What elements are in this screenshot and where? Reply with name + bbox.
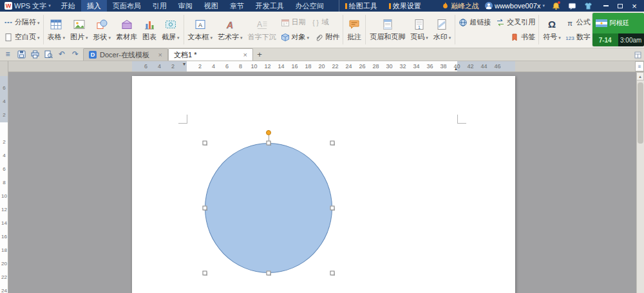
screenshot-button[interactable]: 截屏: [159, 17, 182, 43]
comment-icon: [348, 18, 361, 31]
split-view-button[interactable]: ≡: [635, 61, 644, 71]
cross-reference-label: 交叉引用: [507, 17, 535, 27]
menu-tab-home[interactable]: 开始: [55, 0, 81, 12]
menu-tab-review[interactable]: 审阅: [173, 0, 198, 12]
group-divider: [365, 15, 366, 44]
app-name: WPS 文字: [14, 1, 46, 11]
attachment-button[interactable]: 附件: [312, 31, 341, 44]
message-button[interactable]: [567, 1, 577, 10]
header-footer-button[interactable]: 页眉和页脚: [367, 17, 408, 43]
comment-button[interactable]: 批注: [345, 17, 364, 43]
resize-handle-se[interactable]: [330, 271, 335, 276]
svg-text:123: 123: [565, 35, 574, 41]
paperclip-icon: [314, 33, 323, 42]
date-button[interactable]: 日期: [279, 16, 308, 29]
table-button[interactable]: 表格: [45, 17, 68, 43]
menu-tab-developer[interactable]: 开发工具: [250, 0, 290, 12]
blank-page-button[interactable]: 空白页: [2, 31, 42, 44]
resize-handle-w[interactable]: [203, 206, 207, 211]
assets-library-button[interactable]: 素材库: [113, 17, 140, 43]
scrollbar-thumb[interactable]: [638, 82, 643, 144]
object-button[interactable]: 对象: [279, 31, 312, 44]
context-tabs: 绘图工具 效果设置: [339, 0, 427, 12]
restore-button[interactable]: [613, 0, 627, 12]
vertical-scrollbar[interactable]: [636, 80, 644, 293]
print-icon: [31, 50, 39, 59]
hyperlink-label: 超链接: [469, 17, 491, 27]
right-indent-marker[interactable]: ▴: [455, 66, 457, 71]
bookmark-button[interactable]: 书签: [508, 31, 537, 44]
chart-button[interactable]: 图表: [140, 17, 159, 43]
shapes-button[interactable]: 形状: [91, 17, 114, 43]
minimize-button[interactable]: [599, 0, 613, 12]
promo-button[interactable]: 巅峰之战: [442, 1, 479, 11]
menu-tab-workspace[interactable]: 办公空间: [290, 0, 330, 12]
redo-button[interactable]: ↷: [71, 50, 80, 59]
menu-tab-references[interactable]: 引用: [147, 0, 173, 12]
first-line-indent-marker[interactable]: ▾: [183, 62, 185, 67]
skin-button[interactable]: [583, 1, 593, 10]
menu-tab-view[interactable]: 视图: [198, 0, 224, 12]
menu-tab-insert[interactable]: 插入: [81, 0, 107, 12]
print-button[interactable]: [30, 50, 39, 59]
titlebar-right: 巅峰之战 wwwbove007x ▾ ×: [442, 0, 644, 12]
picture-button[interactable]: 图片: [68, 17, 91, 43]
header-footer-label: 页眉和页脚: [370, 32, 405, 42]
team-name: 阿根廷: [610, 19, 629, 28]
resize-handle-s[interactable]: [267, 271, 271, 276]
save-icon: [17, 50, 26, 59]
document-canvas[interactable]: ▲: [0, 72, 644, 293]
separator-button[interactable]: 分隔符: [2, 16, 42, 29]
symbol-button[interactable]: Ω 符号: [540, 17, 564, 43]
watermark-button[interactable]: 水印: [431, 17, 454, 43]
save-button[interactable]: [17, 50, 26, 59]
close-button[interactable]: ×: [627, 0, 641, 12]
resize-handle-sw[interactable]: [203, 271, 207, 276]
resize-handle-nw[interactable]: [203, 141, 207, 146]
wps-logo-icon: W: [5, 2, 12, 10]
textbox-label: 文本框: [188, 32, 213, 42]
dropcap-button[interactable]: A 首字下沉: [245, 17, 279, 43]
menu-icon[interactable]: ≡: [3, 50, 12, 59]
field-label: 域: [322, 17, 329, 27]
table-icon: [50, 18, 62, 31]
menu-tab-section[interactable]: 章节: [224, 0, 250, 12]
resize-handle-e[interactable]: [330, 206, 335, 211]
page-number-button[interactable]: 1 页码: [408, 17, 431, 43]
resize-handle-n[interactable]: [267, 141, 271, 146]
chart-icon: [143, 18, 156, 31]
undo-button[interactable]: ↶: [57, 50, 66, 59]
wordart-button[interactable]: A 艺术字: [215, 17, 245, 43]
resize-handle-ne[interactable]: [330, 141, 335, 146]
argentina-flag-icon: [596, 19, 607, 27]
close-tab-icon[interactable]: ×: [243, 51, 247, 59]
notification-bell-button[interactable]: [551, 1, 561, 10]
menu-tab-page-layout[interactable]: 页面布局: [107, 0, 147, 12]
hyperlink-button[interactable]: 超链接: [457, 16, 493, 29]
menu-tabs: 开始 插入 页面布局 引用 审阅 视图 章节 开发工具 办公空间: [55, 0, 330, 12]
textbox-button[interactable]: A 文本框: [185, 17, 216, 43]
arrange-windows-icon[interactable]: [633, 50, 642, 59]
print-preview-button[interactable]: [44, 50, 53, 59]
flame-icon: [442, 2, 449, 10]
formula-button[interactable]: π 公式: [564, 16, 592, 29]
menu-tab-drawing-tools[interactable]: 绘图工具: [339, 0, 383, 12]
app-menu-button[interactable]: W WPS 文字 ▾: [0, 0, 55, 12]
new-tab-button[interactable]: +: [253, 48, 266, 61]
number-button[interactable]: 123 数字: [564, 31, 592, 44]
doc-tab-document1[interactable]: 文档1 * ×: [168, 48, 253, 61]
field-button[interactable]: { } 域: [309, 16, 331, 29]
scroll-up-button[interactable]: ▲: [636, 72, 644, 80]
circle-shape[interactable]: [205, 143, 332, 273]
rotate-handle[interactable]: [266, 130, 271, 135]
document-tab-bar: ≡ ↶ ↷ D Docer-在线模板 × 文档1 * × +: [0, 48, 644, 61]
account-button[interactable]: wwwbove007x ▾: [485, 2, 545, 10]
doc-tab-docer[interactable]: D Docer-在线模板 ×: [83, 48, 168, 61]
menu-tab-effect-settings[interactable]: 效果设置: [383, 0, 427, 12]
svg-text:1: 1: [418, 24, 421, 29]
worldcup-widget[interactable]: 阿根廷 7-14 3:00am: [592, 13, 644, 46]
cross-reference-button[interactable]: 交叉引用: [494, 16, 537, 29]
date-label: 日期: [292, 17, 306, 27]
close-tab-icon[interactable]: ×: [158, 51, 162, 59]
shapes-label: 形状: [93, 32, 111, 42]
